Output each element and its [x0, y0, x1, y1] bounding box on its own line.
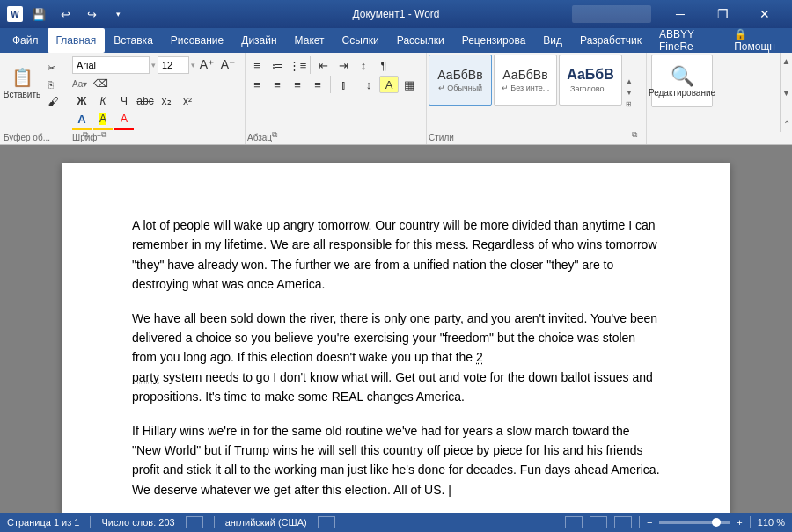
decrease-indent-button[interactable]: ⇤: [313, 56, 333, 74]
view-normal-button[interactable]: [565, 516, 583, 528]
menu-view[interactable]: Вид: [534, 28, 571, 53]
font-color-button[interactable]: А: [114, 111, 134, 127]
text-effect-button[interactable]: А: [72, 111, 92, 127]
border-button[interactable]: ▦: [400, 76, 419, 93]
ribbon-collapse-button[interactable]: ⌃: [781, 118, 793, 130]
clipboard-expand-icon[interactable]: ⧉: [83, 130, 93, 141]
language-settings-button[interactable]: [318, 516, 335, 528]
italic-button[interactable]: К: [93, 93, 113, 109]
underline-text-2: 2: [476, 350, 483, 364]
superscript-button[interactable]: x²: [178, 93, 197, 109]
menu-mailings[interactable]: Рассылки: [388, 28, 453, 53]
line-spacing-button[interactable]: ↕: [359, 76, 378, 93]
style-heading1-preview: АаБбВ: [567, 67, 614, 83]
window-title: Документ1 - Word: [352, 8, 439, 20]
page-info: Страница 1 из 1: [7, 517, 79, 528]
col-button[interactable]: ⫿: [334, 76, 353, 93]
paragraph-expand-icon[interactable]: ⧉: [272, 130, 282, 141]
numbering-button[interactable]: ≔: [268, 56, 287, 74]
clear-format-button[interactable]: ⌫: [91, 76, 110, 91]
shading-button[interactable]: A: [379, 76, 399, 93]
style-heading1-label: Заголово...: [570, 84, 611, 93]
style-no-spacing[interactable]: АаБбВв ↵ Без инте...: [494, 55, 557, 106]
align-right-button[interactable]: ≡: [288, 76, 307, 93]
zoom-level: 110 %: [758, 517, 785, 528]
styles-group-label: Стили: [429, 133, 454, 142]
style-no-spacing-label: ↵ Без инте...: [502, 84, 549, 92]
restore-button[interactable]: ❐: [702, 1, 743, 27]
menu-insert[interactable]: Вставка: [105, 28, 162, 53]
menu-abbyy[interactable]: ABBYY FineRe: [650, 28, 725, 53]
format-painter-button[interactable]: 🖌: [44, 93, 62, 109]
menu-draw[interactable]: Рисование: [162, 28, 232, 53]
menu-review[interactable]: Рецензирова: [453, 28, 535, 53]
style-heading1[interactable]: АаБбВ Заголово...: [559, 55, 622, 106]
strikethrough-button[interactable]: аbc: [136, 93, 155, 109]
increase-indent-button[interactable]: ⇥: [334, 56, 353, 74]
menu-help[interactable]: 🔒 Помощн: [725, 28, 788, 53]
document-content[interactable]: A lot of people will wake up angry tomor…: [132, 215, 660, 499]
ribbon-scroll-down[interactable]: ▼: [781, 86, 793, 98]
cut-button[interactable]: ✂: [44, 60, 62, 76]
document-page[interactable]: A lot of people will wake up angry tomor…: [62, 163, 730, 514]
status-bar-right: − + 110 %: [565, 516, 785, 528]
qat-save-button[interactable]: 💾: [28, 4, 49, 25]
bold-button[interactable]: Ж: [72, 93, 92, 109]
zoom-slider-thumb: [712, 518, 721, 527]
language: английский (США): [225, 517, 307, 528]
menu-layout[interactable]: Макет: [286, 28, 334, 53]
bullets-button[interactable]: ≡: [247, 56, 267, 74]
paste-label: Вставить: [4, 90, 40, 99]
menu-design[interactable]: Дизайн: [232, 28, 285, 53]
zoom-minus[interactable]: −: [647, 517, 652, 528]
font-size-input[interactable]: [158, 56, 189, 74]
qat-undo-button[interactable]: ↩: [55, 4, 76, 25]
increase-font-button[interactable]: A⁺: [197, 56, 216, 72]
ribbon-scroll-up[interactable]: ▲: [781, 55, 793, 67]
status-divider-3: [639, 516, 640, 528]
styles-scroll-down[interactable]: ▼: [626, 89, 633, 97]
clipboard-group: 📋 Вставить ✂ ⎘ 🖌 Буфер об... ⧉: [0, 53, 70, 144]
show-marks-button[interactable]: ¶: [374, 56, 393, 74]
decrease-font-button[interactable]: A⁻: [218, 56, 238, 72]
qat-dropdown-button[interactable]: ▾: [107, 4, 128, 25]
highlight-button[interactable]: А: [93, 111, 113, 127]
menu-home[interactable]: Главная: [48, 28, 106, 53]
view-read-button[interactable]: [614, 516, 632, 528]
paste-button[interactable]: 📋 Вставить: [2, 56, 42, 109]
status-bar: Страница 1 из 1 Число слов: 203 английск…: [0, 513, 792, 532]
edit-group: 🔍 Редактирование: [647, 53, 717, 144]
style-normal-preview: АаБбВв: [437, 68, 482, 82]
style-normal[interactable]: АаБбВв ↵ Обычный: [429, 55, 492, 106]
qat-redo-button[interactable]: ↪: [81, 4, 102, 25]
styles-scroll-up[interactable]: ▲: [626, 77, 633, 85]
paragraph-2: We have all been sold down the river, th…: [132, 309, 660, 407]
align-left-button[interactable]: ≡: [247, 76, 267, 93]
minimize-button[interactable]: ─: [660, 1, 700, 27]
font-expand-icon[interactable]: ⧉: [101, 130, 112, 141]
zoom-plus[interactable]: +: [737, 517, 742, 528]
styles-expand-icon[interactable]: ⧉: [632, 130, 642, 141]
font-name-input[interactable]: [72, 56, 150, 74]
sort-button[interactable]: ↕: [354, 56, 373, 74]
menu-file[interactable]: Файл: [4, 28, 48, 53]
menu-references[interactable]: Ссылки: [334, 28, 388, 53]
ribbon-scroll[interactable]: ▲ ▼ ⌃: [780, 53, 792, 132]
copy-button[interactable]: ⎘: [44, 77, 62, 92]
styles-expand[interactable]: ⊞: [626, 100, 633, 108]
search-button[interactable]: 🔍 Редактирование: [651, 55, 713, 107]
multilevel-list-button[interactable]: ⋮≡: [288, 56, 307, 74]
subscript-button[interactable]: x₂: [157, 93, 176, 109]
user-profile[interactable]: [572, 5, 651, 23]
clipboard-group-label: Буфер об...: [4, 133, 50, 142]
menu-developer[interactable]: Разработчик: [571, 28, 650, 53]
view-web-button[interactable]: [590, 516, 607, 528]
styles-group: АаБбВв ↵ Обычный АаБбВв ↵ Без инте... Аа…: [427, 53, 647, 144]
align-center-button[interactable]: ≡: [268, 76, 287, 93]
zoom-slider[interactable]: [659, 521, 730, 524]
track-changes-button[interactable]: [186, 516, 203, 528]
document-area: A lot of people will wake up angry tomor…: [0, 145, 792, 526]
close-button[interactable]: ✕: [744, 1, 785, 27]
underline-button[interactable]: Ч: [114, 93, 134, 109]
justify-button[interactable]: ≡: [308, 76, 327, 93]
